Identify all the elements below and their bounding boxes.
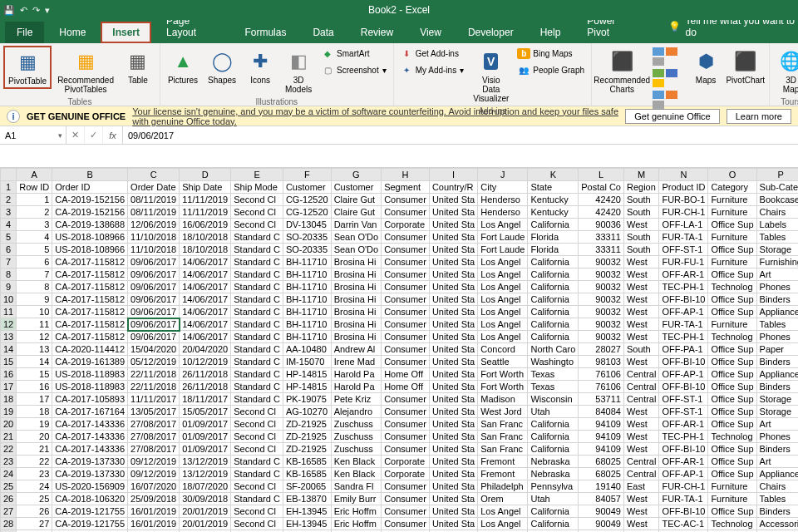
cell[interactable]: United Sta <box>429 194 477 206</box>
cell[interactable]: Los Angel <box>478 331 528 343</box>
cell[interactable]: Claire Gut <box>331 194 381 206</box>
cell[interactable]: California <box>528 318 579 331</box>
cell[interactable]: West <box>623 331 658 343</box>
cell[interactable]: United Sta <box>429 318 477 331</box>
cell[interactable]: BH-11710 <box>283 256 331 268</box>
cell[interactable]: Furniture <box>708 231 756 244</box>
cell[interactable]: West <box>623 505 658 518</box>
cell[interactable]: West <box>623 281 658 293</box>
cell[interactable]: US-2018-108966 <box>52 231 128 244</box>
cell[interactable]: TEC-AC-1 <box>659 518 708 530</box>
cell[interactable]: 94109 <box>579 431 624 443</box>
cell[interactable]: CA-2017-143336 <box>52 418 128 431</box>
cell[interactable]: 23 <box>17 468 52 480</box>
cell[interactable]: Second Cl <box>231 206 283 219</box>
cell[interactable]: 20/04/2020 <box>180 343 231 356</box>
cell[interactable]: 25/09/2018 <box>128 493 180 505</box>
cell[interactable]: 27/08/2017 <box>128 443 180 456</box>
cell[interactable]: West <box>623 219 658 231</box>
column-header[interactable]: E <box>231 169 283 181</box>
cell[interactable]: Second Cl <box>231 194 283 206</box>
cell[interactable]: 90036 <box>579 219 624 231</box>
cell[interactable]: Harold Pa <box>331 368 381 381</box>
cell[interactable]: OFF-ST-1 <box>659 406 708 418</box>
bing-maps-button[interactable]: Bing Maps <box>515 46 588 61</box>
cell[interactable]: EB-13870 <box>283 493 331 505</box>
cell[interactable]: Darrin Van <box>331 219 381 231</box>
cell[interactable]: Pennsylva <box>528 480 579 493</box>
cell[interactable]: Furnishing <box>756 256 798 268</box>
cell[interactable]: 08/11/2019 <box>128 194 180 206</box>
cell[interactable]: West <box>623 293 658 306</box>
header-cell[interactable]: Ship Date <box>180 181 231 194</box>
cell[interactable]: United Sta <box>429 356 477 368</box>
cell[interactable]: Los Angel <box>478 306 528 318</box>
cell[interactable]: CA-2019-138688 <box>52 219 128 231</box>
row-header[interactable]: 15 <box>1 356 17 368</box>
cell[interactable]: 90032 <box>579 268 624 281</box>
cell[interactable]: United Sta <box>429 268 477 281</box>
cell[interactable]: West <box>623 406 658 418</box>
cell[interactable]: Brosina Hi <box>331 256 381 268</box>
cell[interactable]: 33311 <box>579 231 624 244</box>
get-genuine-button[interactable]: Get genuine Office <box>625 109 720 124</box>
cell[interactable]: Phones <box>756 431 798 443</box>
cell[interactable]: Consumer <box>382 281 430 293</box>
cell[interactable]: OFF-BI-10 <box>659 443 708 456</box>
column-header[interactable]: P <box>756 169 798 181</box>
cell[interactable]: Second Cl <box>231 431 283 443</box>
worksheet[interactable]: ABCDEFGHIJKLMNOPQ 1Row IDOrder IDOrder D… <box>0 168 798 532</box>
get-addins-button[interactable]: Get Add-ins <box>397 46 467 61</box>
3d-models-button[interactable]: 3D Models <box>280 46 317 96</box>
cell[interactable]: Emily Burr <box>331 493 381 505</box>
cell[interactable]: Andrew Al <box>331 343 381 356</box>
cell[interactable]: OFF-LA-1 <box>659 219 708 231</box>
screenshot-button[interactable]: Screenshot ▾ <box>318 62 390 77</box>
chart-type-row[interactable] <box>652 69 684 89</box>
cell[interactable]: CA-2019-137330 <box>52 456 128 468</box>
cell[interactable]: Nebraska <box>528 456 579 468</box>
row-header[interactable]: 19 <box>1 406 17 418</box>
cell[interactable]: OFF-AP-1 <box>659 306 708 318</box>
cell[interactable]: Standard C <box>231 256 283 268</box>
column-header[interactable]: I <box>429 169 477 181</box>
cell[interactable]: Phones <box>756 331 798 343</box>
cell[interactable]: Utah <box>528 406 579 418</box>
cell[interactable]: SF-20065 <box>283 480 331 493</box>
cell[interactable]: Henderso <box>478 194 528 206</box>
tab-file[interactable]: File <box>5 22 44 43</box>
cell[interactable]: Los Angel <box>478 256 528 268</box>
cell[interactable]: 25 <box>17 493 52 505</box>
learn-more-button[interactable]: Learn more <box>727 109 791 124</box>
cell[interactable]: United Sta <box>429 418 477 431</box>
cell[interactable]: OFF-AP-1 <box>659 468 708 480</box>
cell[interactable]: 10 <box>17 306 52 318</box>
cell[interactable]: 11 <box>17 318 52 331</box>
cell[interactable]: Office Sup <box>708 443 756 456</box>
cell[interactable]: PK-19075 <box>283 393 331 406</box>
cell[interactable]: Kentucky <box>528 194 579 206</box>
cell[interactable]: United Sta <box>429 381 477 393</box>
cell[interactable]: CA-2020-114412 <box>52 343 128 356</box>
row-header[interactable]: 26 <box>1 493 17 505</box>
cell[interactable]: United Sta <box>429 306 477 318</box>
cell[interactable]: KB-16585 <box>283 456 331 468</box>
grid[interactable]: ABCDEFGHIJKLMNOPQ 1Row IDOrder IDOrder D… <box>0 168 798 532</box>
cell[interactable]: Office Sup <box>708 381 756 393</box>
cell[interactable]: CA-2017-143336 <box>52 443 128 456</box>
row-header[interactable]: 16 <box>1 368 17 381</box>
cell[interactable]: California <box>528 293 579 306</box>
cell[interactable]: CA-2017-115812 <box>52 306 128 318</box>
cell[interactable]: FUR-TA-1 <box>659 493 708 505</box>
save-icon[interactable]: 💾 <box>3 5 15 16</box>
cell[interactable]: EH-13945 <box>283 505 331 518</box>
cell[interactable]: Home Off <box>382 368 430 381</box>
cell[interactable]: Fort Worth <box>478 381 528 393</box>
header-cell[interactable]: State <box>528 181 579 194</box>
column-header[interactable]: D <box>180 169 231 181</box>
my-addins-button[interactable]: My Add-ins ▾ <box>397 62 467 77</box>
cell[interactable]: Consumer <box>382 518 430 530</box>
cell[interactable]: Furniture <box>708 206 756 219</box>
cell[interactable]: 13/12/2019 <box>180 456 231 468</box>
header-cell[interactable]: Category <box>708 181 756 194</box>
